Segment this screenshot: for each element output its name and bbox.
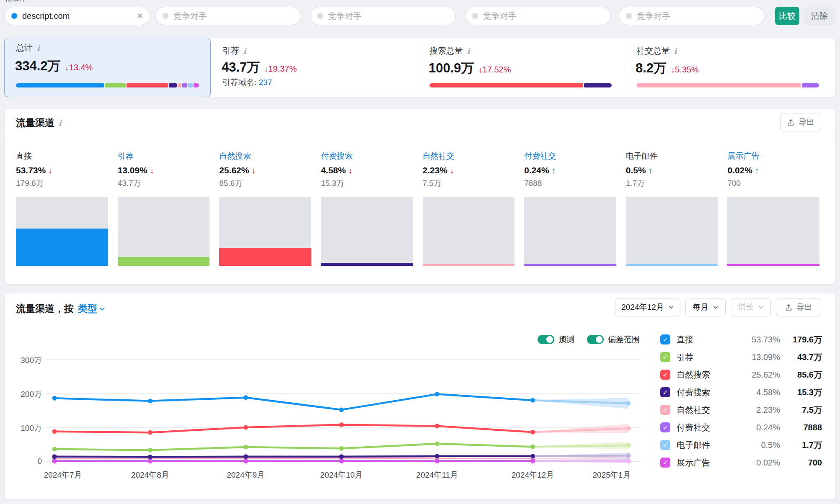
info-icon[interactable]: i: [674, 47, 677, 55]
channel-mini-chart-paid-social: [524, 197, 616, 266]
metric-select[interactable]: 增长: [731, 298, 771, 316]
referral-domains-count-link[interactable]: 237: [259, 78, 272, 87]
channel-value-email: 1.7万: [626, 177, 718, 189]
checkbox-checked-icon[interactable]: ✓: [660, 352, 670, 362]
legend-name: 直接: [677, 334, 737, 345]
legend-name: 展示广告: [677, 457, 737, 468]
channel-name-paid-search[interactable]: 付费搜索: [321, 151, 413, 162]
checkbox-checked-icon[interactable]: ✓: [660, 334, 670, 345]
legend-row-organic-search[interactable]: ✓自然搜索25.62%85.6万: [660, 366, 822, 383]
competitor-chip-3[interactable]: [465, 7, 611, 25]
legend-row-referral[interactable]: ✓引荐13.09%43.7万: [660, 348, 822, 366]
legend-pct: 25.62%: [737, 370, 780, 380]
channel-name-referral[interactable]: 引荐: [118, 151, 210, 162]
channel-value-paid-social: 7888: [524, 177, 616, 189]
data-point-referral: [339, 446, 344, 451]
channel-column-paid-social: 付费社交0.24% ↑7888: [524, 151, 616, 266]
channel-mini-fill: [423, 264, 515, 266]
placeholder-dot-icon: [472, 13, 478, 19]
checkbox-checked-icon[interactable]: ✓: [660, 440, 670, 450]
legend-row-email[interactable]: ✓电子邮件0.5%1.7万: [660, 436, 822, 454]
competitor-input-4[interactable]: [637, 11, 757, 21]
channel-pct-organic-social: 2.23% ↓: [423, 164, 515, 177]
competitor-input-2[interactable]: [328, 11, 449, 21]
arrow-down-icon: ↓: [346, 166, 352, 175]
legend-value: 7888: [780, 423, 822, 432]
data-point-organic-search: [530, 430, 535, 435]
info-icon[interactable]: i: [467, 47, 470, 55]
channel-name-organic-social[interactable]: 自然社交: [423, 151, 515, 162]
checkbox-checked-icon[interactable]: ✓: [660, 458, 670, 468]
channel-name-email: 电子邮件: [626, 151, 718, 162]
type-selector-dropdown[interactable]: 类型: [78, 302, 106, 315]
trend-export-button[interactable]: 导出: [776, 298, 821, 316]
main-domain-chip[interactable]: ✕: [4, 7, 150, 25]
total-card-title: 总计 i: [16, 42, 39, 54]
bar-segment: [16, 83, 104, 87]
checkbox-checked-icon[interactable]: ✓: [660, 387, 670, 397]
channel-mini-chart-organic-social: [423, 197, 515, 266]
referral-domains-line: 引荐域名: 237: [222, 77, 272, 88]
competitor-chip-1[interactable]: [155, 7, 301, 25]
legend-pct: 0.02%: [737, 458, 780, 468]
arrow-down-icon: ↓: [249, 166, 256, 175]
channels-export-button[interactable]: 导出: [780, 113, 821, 131]
root-domain-label: 根域名: [5, 0, 25, 3]
legend-name: 自然社交: [677, 404, 737, 416]
channel-value-direct: 179.6万: [16, 177, 108, 189]
legend-value: 85.6万: [780, 369, 822, 381]
date-select[interactable]: 2024年12月: [615, 298, 680, 316]
legend-row-display-ads[interactable]: ✓展示广告0.02%700: [660, 454, 822, 471]
x-tick-label: 2024年11月: [408, 470, 466, 481]
data-point-referral: [52, 447, 57, 451]
checkbox-checked-icon[interactable]: ✓: [660, 422, 670, 432]
data-point-paid-search: [435, 454, 439, 458]
info-icon[interactable]: i: [243, 47, 246, 55]
granularity-select[interactable]: 每月: [685, 298, 726, 316]
x-tick-label: 2024年9月: [217, 470, 275, 481]
domain-dot-icon: [11, 13, 17, 19]
placeholder-dot-icon: [163, 13, 168, 19]
close-icon[interactable]: ✕: [137, 11, 143, 21]
search-total-card-title: 搜索总量 i: [429, 45, 470, 57]
legend-row-paid-search[interactable]: ✓付费搜索4.58%15.3万: [660, 383, 822, 401]
compare-button[interactable]: 比较: [775, 7, 799, 25]
info-icon[interactable]: i: [37, 44, 39, 52]
forecast-toggle[interactable]: 预测: [538, 334, 574, 345]
competitor-input-3[interactable]: [483, 11, 604, 21]
checkbox-checked-icon[interactable]: ✓: [660, 370, 670, 380]
channel-column-display-ads: 展示广告0.02% ↑700: [727, 151, 819, 266]
legend-value: 179.6万: [780, 334, 822, 345]
card-divider: [417, 38, 417, 97]
channel-column-direct: 直接53.73% ↓179.6万: [16, 151, 108, 266]
legend-row-organic-social[interactable]: ✓自然社交2.23%7.5万: [660, 401, 822, 419]
channel-mini-fill: [118, 257, 210, 266]
checkbox-checked-icon[interactable]: ✓: [660, 405, 670, 415]
competitor-chip-2[interactable]: [310, 7, 456, 25]
competitor-input-1[interactable]: [173, 11, 294, 21]
bar-segment: [584, 83, 612, 87]
social-total-card-change: ↓5.35%: [671, 65, 699, 74]
channel-column-paid-search: 付费搜索4.58% ↓15.3万: [321, 151, 413, 266]
channel-mini-chart-display-ads: [727, 197, 819, 266]
chart-toggles: 预测 偏差范围: [538, 334, 640, 345]
channels-section-title: 流量渠道 i: [16, 116, 61, 129]
trend-chart: [34, 352, 645, 469]
series-line-paid-search: [54, 456, 533, 457]
main-domain-input[interactable]: [22, 11, 132, 21]
legend-row-direct[interactable]: ✓直接53.73%179.6万: [660, 331, 822, 348]
channel-mini-chart-email: [626, 197, 718, 266]
search-total-card-value: 100.9万↓17.52%: [429, 59, 511, 77]
deviation-toggle[interactable]: 偏差范围: [587, 334, 640, 345]
channel-name-paid-social[interactable]: 付费社交: [524, 151, 616, 162]
legend-row-paid-social[interactable]: ✓付费社交0.24%7888: [660, 419, 822, 436]
channel-pct-email: 0.5% ↑: [626, 164, 718, 177]
info-icon[interactable]: i: [59, 119, 61, 127]
channel-name-display-ads[interactable]: 展示广告: [727, 151, 819, 162]
channel-name-organic-search[interactable]: 自然搜索: [219, 151, 311, 162]
channel-name-direct: 直接: [16, 151, 108, 162]
arrow-down-icon: ↓: [46, 166, 52, 175]
competitor-chip-4[interactable]: [619, 7, 765, 25]
channel-pct-organic-search: 25.62% ↓: [219, 164, 311, 177]
clear-button[interactable]: 清除: [804, 7, 835, 25]
